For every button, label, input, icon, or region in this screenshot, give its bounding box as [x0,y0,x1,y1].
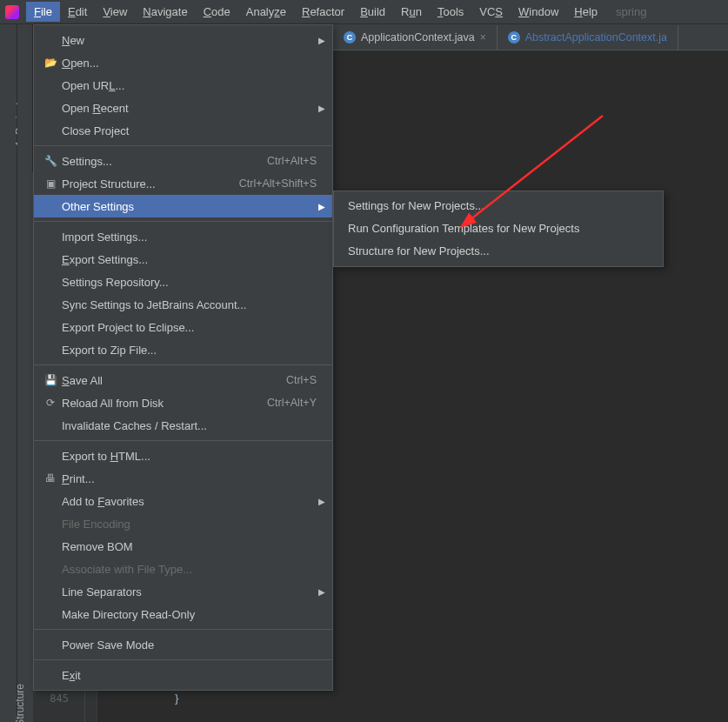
submenu-arrow-icon: ▶ [318,202,325,211]
menu-item-settings[interactable]: 🔧Settings...Ctrl+Alt+S [34,150,332,172]
menu-refactor[interactable]: Refactor [294,2,352,22]
menu-item-label: Make Directory Read-Only [62,608,317,621]
menu-item-label: Project Structure... [62,177,239,191]
editor-tab[interactable]: CAbstractApplicationContext.ja [498,25,678,50]
menu-item-export-to-html[interactable]: Export to HTML... [34,445,332,467]
editor-tab[interactable]: CApplicationContext.java× [333,25,498,50]
menu-item-power-save-mode[interactable]: Power Save Mode [34,633,332,656]
menu-help[interactable]: Help [566,2,605,22]
save-icon: 💾 [43,374,58,386]
menu-item-label: Export Project to Eclipse... [62,321,317,334]
menu-item-invalidate-caches-restart[interactable]: Invalidate Caches / Restart... [34,414,332,437]
open-icon: 📂 [43,57,58,69]
shortcut-label: Ctrl+Alt+Shift+S [239,177,317,190]
menu-item-label: Close Project [62,124,317,137]
menu-item-label: Export Settings... [62,253,317,266]
menu-item-label: Sync Settings to JetBrains Account... [62,298,317,311]
menu-item-label: Open Recent [62,102,317,115]
menu-item-label: Export to Zip File... [62,344,317,357]
submenu-item[interactable]: Run Configuration Templates for New Proj… [334,217,663,240]
menu-item-line-separators[interactable]: Line Separators▶ [34,580,332,603]
menu-item-label: Line Separators [62,585,317,598]
menu-item-close-project[interactable]: Close Project [34,119,332,142]
menu-item-open-recent[interactable]: Open Recent▶ [34,97,332,119]
shortcut-label: Ctrl+S [286,374,317,386]
menu-item-import-settings[interactable]: Import Settings... [34,225,332,248]
menu-item-save-all[interactable]: 💾Save AllCtrl+S [34,369,332,391]
submenu-arrow-icon: ▶ [318,497,325,506]
menu-tools[interactable]: Tools [430,2,471,22]
tab-label: ApplicationContext.java [361,31,475,43]
menu-item-label: File Encoding [62,518,317,531]
menu-item-make-directory-read-only[interactable]: Make Directory Read-Only [34,603,332,625]
class-icon: C [508,31,520,43]
menu-item-label: Remove BOM [62,540,317,553]
tab-label: AbstractApplicationContext.ja [525,31,667,43]
menu-item-reload-all-from-disk[interactable]: ⟳Reload All from DiskCtrl+Alt+Y [34,391,332,414]
menu-analyze[interactable]: Analyze [238,2,294,22]
project-stripe [17,24,33,172]
menu-item-label: New [62,34,317,47]
app-logo [5,5,19,19]
menu-item-sync-settings-to-jetbrains-account[interactable]: Sync Settings to JetBrains Account... [34,293,332,316]
menu-build[interactable]: Build [352,2,393,22]
shortcut-label: Ctrl+Alt+S [267,155,317,167]
menu-item-exit[interactable]: Exit [34,664,332,686]
close-icon[interactable]: × [480,31,486,43]
breadcrumb-trail: spring [616,5,646,18]
menu-item-other-settings[interactable]: Other Settings▶ [34,195,332,217]
menu-item-label: Import Settings... [62,231,317,244]
menu-item-label: Print... [62,472,317,485]
menu-item-label: Invalidate Caches / Restart... [62,419,317,432]
menu-item-open-url[interactable]: Open URL... [34,74,332,97]
reload-icon: ⟳ [43,397,58,409]
menu-run[interactable]: Run [393,2,430,22]
menu-item-file-encoding: File Encoding [34,512,332,535]
menu-item-label: Reload All from Disk [62,397,267,410]
class-icon: C [344,31,356,43]
menu-item-label: Settings... [62,155,267,168]
menu-item-label: Other Settings [62,200,317,213]
menu-item-label: Settings Repository... [62,276,317,289]
menu-item-label: Open URL... [62,79,317,92]
submenu-arrow-icon: ▶ [318,36,325,45]
menu-navigate[interactable]: Navigate [135,2,195,22]
menu-window[interactable]: Window [511,2,566,22]
submenu-arrow-icon: ▶ [318,104,325,113]
left-tool-stripe: 1: Project 7: Structure [0,24,17,722]
menu-item-label: Associate with File Type... [62,563,317,576]
menu-item-label: Export to HTML... [62,450,317,463]
menu-vcs[interactable]: VCS [471,2,511,22]
shortcut-label: Ctrl+Alt+Y [267,397,317,409]
menu-item-label: Exit [62,669,317,682]
print-icon: 🖶 [43,472,58,485]
menu-item-remove-bom[interactable]: Remove BOM [34,535,332,558]
struct-icon: ▣ [43,177,58,190]
menu-item-label: Save All [62,374,286,387]
menu-item-export-project-to-eclipse[interactable]: Export Project to Eclipse... [34,316,332,338]
menu-edit[interactable]: Edit [60,2,95,22]
menu-item-label: Open... [62,57,317,70]
menu-file[interactable]: File [26,2,60,22]
menu-item-add-to-favorites[interactable]: Add to Favorites▶ [34,490,332,512]
menu-item-new[interactable]: New▶ [34,29,332,51]
tool-structure[interactable]: 7: Structure [14,684,26,722]
menu-view[interactable]: View [95,2,135,22]
submenu-item[interactable]: Settings for New Projects... [334,195,663,217]
other-settings-submenu: Settings for New Projects...Run Configur… [333,191,664,267]
menu-item-project-structure[interactable]: ▣Project Structure...Ctrl+Alt+Shift+S [34,172,332,195]
menu-bar: FileEditViewNavigateCodeAnalyzeRefactorB… [0,0,728,24]
menu-item-associate-with-file-type: Associate with File Type... [34,558,332,580]
file-menu-dropdown: New▶📂Open...Open URL...Open Recent▶Close… [33,24,333,691]
wrench-icon: 🔧 [43,155,58,167]
menu-item-label: Power Save Mode [62,638,317,652]
submenu-item[interactable]: Structure for New Projects... [334,240,663,263]
menu-item-open[interactable]: 📂Open... [34,51,332,74]
menu-item-label: Add to Favorites [62,495,317,508]
menu-item-export-settings[interactable]: Export Settings... [34,248,332,271]
menu-item-settings-repository[interactable]: Settings Repository... [34,271,332,293]
menu-item-export-to-zip-file[interactable]: Export to Zip File... [34,338,332,361]
menu-item-print[interactable]: 🖶Print... [34,467,332,490]
menu-code[interactable]: Code [196,2,238,22]
submenu-arrow-icon: ▶ [318,587,325,597]
